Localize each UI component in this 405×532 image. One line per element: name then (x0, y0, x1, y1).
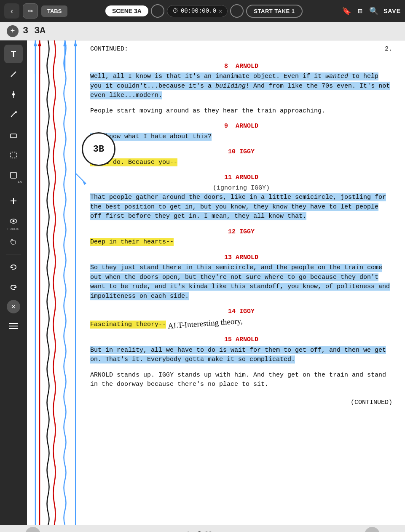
text-tool[interactable]: T (4, 45, 23, 63)
character-8: 8 ARNOLD (90, 62, 392, 72)
dialogue-text-14: Fascinating theory--ALT-Interesting theo… (90, 321, 243, 328)
page-down-button[interactable]: ∨ (365, 527, 380, 532)
svg-point-10 (13, 220, 15, 222)
eraser-icon (9, 131, 18, 139)
continued-text: CONTINUED: (90, 45, 128, 54)
undo-icon (9, 263, 18, 271)
tool-separator-2 (6, 254, 21, 254)
undo-tool[interactable] (4, 258, 23, 276)
down-icon: ∨ (370, 530, 375, 532)
action-line-2: ARNOLD stands up. IGGY stands up with hi… (90, 371, 392, 390)
dialogue-text-8: Well, all I know is that it's an inanima… (90, 72, 390, 99)
dialogue-15: 15 ARNOLD But in reality, all we have to… (90, 335, 392, 365)
annotation-label: 3B (93, 144, 104, 155)
svg-point-3 (15, 111, 17, 113)
timer-display: ⏱ 00:00:00.0 ✕ (167, 5, 228, 17)
bottom-nav: ∧ 4 of 20 ⊞ ∨ (0, 525, 405, 532)
pencil-button[interactable]: ✏ (23, 3, 38, 19)
page-number: 2. (385, 45, 392, 54)
dialogue-text-13: So they just stand there in this semicir… (90, 264, 390, 300)
record-button-2[interactable] (230, 4, 244, 18)
close-tool[interactable]: ✕ (7, 300, 20, 313)
dialogue-9: 9 ARNOLD You know what I hate about this… (90, 122, 392, 142)
eraser-tool[interactable] (4, 126, 23, 144)
calligraphy-icon (9, 110, 18, 119)
svg-rect-5 (11, 152, 16, 158)
calligraphy-tool[interactable] (4, 105, 23, 124)
continued-footer-text: (CONTINUED) (351, 398, 392, 408)
redo-icon (9, 283, 18, 291)
dialogue-10: 10 IGGY Yes I do. Because you-- (90, 147, 392, 167)
back-button[interactable]: ‹ (4, 3, 19, 19)
svg-rect-6 (11, 172, 16, 178)
main-layout: T 1A PUBLIC (0, 40, 405, 525)
add-button[interactable]: + (7, 25, 19, 37)
redo-tool[interactable] (4, 278, 23, 297)
page-indicator: 4 of 20 ⊞ (185, 530, 219, 532)
top-bar: ‹ ✏ TABS SCENE 3A ⏱ 00:00:00.0 ✕ START T… (0, 0, 405, 22)
dot-tool[interactable] (4, 85, 23, 104)
action-line-1: People start moving around as they hear … (90, 107, 392, 116)
scene-id: 3A (34, 26, 45, 36)
timer-icon: ⏱ (172, 8, 178, 14)
continued-footer: (CONTINUED) (90, 398, 392, 408)
handwriting-annotation: ALT-Interesting theory, (167, 315, 243, 332)
script-area: 3B CONTINUED: 2. 8 ARNOLD Well, all I kn… (27, 40, 405, 525)
eye-icon (9, 217, 18, 226)
menu-tool[interactable] (4, 317, 23, 335)
dialogue-text-12: Deep in their hearts-- (90, 238, 174, 246)
timer-close[interactable]: ✕ (219, 8, 222, 15)
text-tool-icon: T (11, 49, 16, 59)
search-icon[interactable]: 🔍 (367, 5, 380, 17)
hand-icon (9, 237, 18, 246)
dialogue-text-15: But in reality, all we have to do is wai… (90, 346, 386, 364)
script-content: CONTINUED: 2. 8 ARNOLD Well, all I know … (27, 40, 405, 416)
parens-11: (ignoring IGGY) (90, 184, 392, 193)
pen-tool[interactable] (4, 65, 23, 83)
shape-icon (9, 151, 18, 159)
tool-separator-1 (6, 188, 21, 188)
character-10: 10 IGGY (90, 147, 392, 157)
pen-icon (9, 70, 18, 78)
dialogue-text-11: That people gather around the doors, lik… (90, 193, 386, 220)
timer-value: 00:00:00.0 (181, 8, 216, 14)
tabs-button[interactable]: TABS (41, 5, 67, 17)
scene-annotation-3b: 3B (82, 132, 115, 166)
dialogue-12: 12 IGGY Deep in their hearts-- (90, 227, 392, 247)
record-button[interactable] (151, 4, 164, 18)
start-take-button[interactable]: START TAKE 1 (246, 5, 302, 18)
scene-number: 3 (23, 26, 28, 36)
layer-tool[interactable]: 1A (4, 166, 23, 184)
bookmark-icon[interactable]: 🔖 (340, 5, 353, 17)
character-12: 12 IGGY (90, 227, 392, 237)
menu-icon (9, 323, 18, 329)
character-9: 9 ARNOLD (90, 122, 392, 131)
top-bar-right: 🔖 ⊞ 🔍 SAVE (340, 5, 401, 17)
dialogue-11: 11 ARNOLD (ignoring IGGY) That people ga… (90, 173, 392, 222)
shape-tool[interactable] (4, 146, 23, 164)
character-15: 15 ARNOLD (90, 335, 392, 345)
action-text-1: People start moving around as they hear … (90, 107, 325, 115)
continued-header: CONTINUED: 2. (90, 45, 392, 54)
eye-tool[interactable]: PUBLIC (4, 212, 23, 230)
top-bar-center: SCENE 3A ⏱ 00:00:00.0 ✕ START TAKE 1 (71, 4, 337, 18)
dialogue-13: 13 ARNOLD So they just stand there in th… (90, 253, 392, 302)
grid-icon[interactable]: ⊞ (356, 5, 364, 17)
top-bar-left: ‹ ✏ TABS (4, 3, 67, 19)
action-text-2: ARNOLD stands up. IGGY stands up with hi… (90, 372, 386, 388)
add-tool[interactable] (4, 192, 23, 210)
page-up-button[interactable]: ∧ (25, 527, 40, 532)
scene-selector[interactable]: SCENE 3A (105, 5, 148, 16)
character-11: 11 ARNOLD (90, 173, 392, 183)
up-icon: ∧ (30, 530, 35, 532)
add-icon (9, 197, 18, 205)
page-grid-icon[interactable]: ⊞ (215, 530, 219, 532)
save-button[interactable]: SAVE (384, 8, 401, 14)
layer-icon (9, 171, 18, 179)
layer-badge: 1A (18, 180, 22, 184)
dialogue-14: 14 IGGY Fascinating theory--ALT-Interest… (90, 307, 392, 329)
hand-tool[interactable] (4, 232, 23, 251)
svg-rect-4 (11, 134, 16, 138)
left-toolbar: T 1A PUBLIC (0, 40, 27, 525)
dot-icon (9, 90, 18, 99)
